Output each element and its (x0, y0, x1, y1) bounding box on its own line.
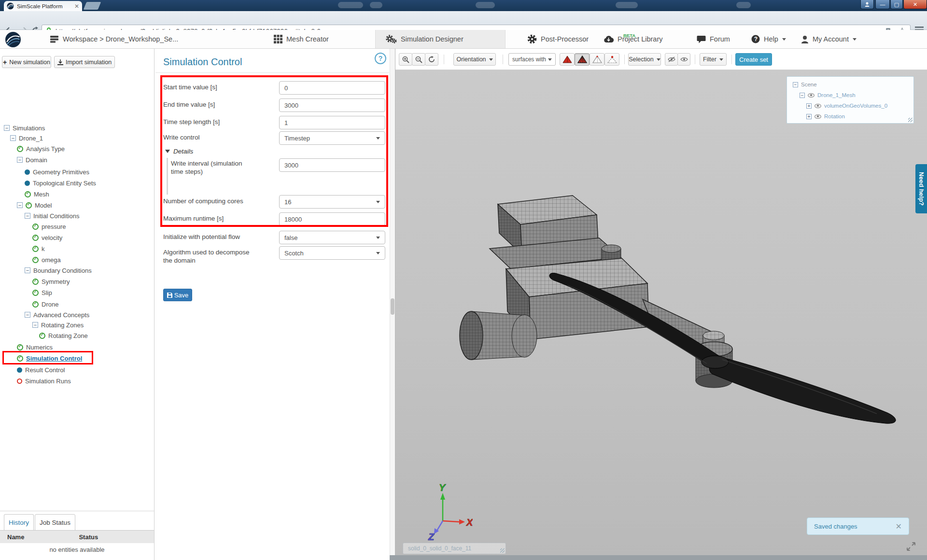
collapse-icon[interactable]: − (25, 267, 30, 273)
panel-scrollbar[interactable] (390, 49, 395, 560)
tree-item-slip[interactable]: Slip (32, 288, 52, 297)
tree-item-advanced-concepts[interactable]: −Advanced Concepts (25, 310, 89, 320)
expand-icon[interactable]: + (806, 103, 812, 109)
zoom-in-button[interactable] (399, 53, 412, 66)
tab-history[interactable]: History (4, 514, 34, 531)
tree-item-simulations[interactable]: −Simulations (4, 123, 45, 133)
tree-item-domain[interactable]: −Domain (17, 155, 47, 165)
collapse-icon[interactable]: − (10, 135, 16, 141)
scene-item-rotation[interactable]: + Rotation (806, 112, 845, 121)
browser-profile-button[interactable] (860, 0, 874, 9)
nav-my-account[interactable]: My Account (801, 30, 857, 48)
expand-icon[interactable]: + (806, 114, 812, 119)
tree-item-omega[interactable]: omega (32, 255, 61, 265)
tree-item-result-control[interactable]: Result Control (17, 365, 65, 375)
toast-close-icon[interactable]: ✕ (896, 522, 902, 531)
tab-job-status[interactable]: Job Status (35, 514, 75, 531)
collapse-icon[interactable]: − (17, 202, 23, 208)
resize-handle[interactable] (500, 548, 505, 553)
nav-post-processor[interactable]: Post-Processor (527, 30, 589, 48)
max-runtime-input[interactable] (279, 212, 385, 226)
render-surface-edges-button[interactable] (575, 53, 590, 66)
render-wireframe-button[interactable] (590, 53, 604, 66)
resize-handle[interactable] (908, 118, 913, 122)
scene-root[interactable]: − Scene (793, 80, 817, 89)
start-time-input[interactable] (279, 81, 385, 95)
nav-simulation-designer[interactable]: Simulation Designer (385, 30, 464, 48)
orientation-button[interactable]: Orientation (453, 53, 496, 66)
simscale-logo[interactable] (5, 30, 21, 49)
reset-view-button[interactable] (425, 53, 438, 66)
tree-item-mesh[interactable]: Mesh (25, 189, 49, 199)
tab-close-icon[interactable]: ✕ (74, 3, 79, 9)
tree-item-simulation-runs[interactable]: Simulation Runs (17, 376, 71, 386)
save-button[interactable]: Save (163, 289, 192, 301)
collapse-icon[interactable]: − (4, 125, 10, 131)
browser-tab[interactable]: SimScale Platform ✕ (4, 1, 82, 11)
scene-item-drone-mesh[interactable]: − Drone_1_Mesh (800, 90, 856, 100)
tree-item-rotating-zones[interactable]: −Rotating Zones (32, 320, 84, 330)
collapse-icon[interactable]: − (800, 93, 805, 98)
visibility-eye-icon[interactable] (808, 93, 815, 98)
fullscreen-expand-icon[interactable] (906, 542, 916, 551)
help-circle-icon[interactable]: ? (375, 53, 386, 64)
write-control-select[interactable]: Timestep (279, 131, 385, 145)
end-time-input[interactable] (279, 98, 385, 112)
tree-item-boundary-conditions[interactable]: −Boundary Conditions (25, 266, 92, 275)
drone-mesh[interactable] (452, 176, 925, 447)
window-minimize-button[interactable]: — (875, 0, 890, 9)
tree-item-symmetry[interactable]: Symmetry (32, 277, 70, 286)
potential-flow-select[interactable]: false (279, 231, 385, 244)
chevron-down-icon (657, 58, 660, 61)
render-mode-select[interactable]: surfaces with ed (508, 53, 556, 66)
time-step-input[interactable] (279, 116, 385, 129)
zoom-out-button[interactable] (412, 53, 425, 66)
tree-item-analysis-type[interactable]: Analysis Type (17, 144, 65, 154)
window-maximize-button[interactable]: ▢ (890, 0, 903, 9)
render-solid-button[interactable] (560, 53, 575, 66)
collapse-icon[interactable]: − (17, 157, 23, 163)
tetra-points-icon (607, 56, 617, 64)
tree-item-velocity[interactable]: velocity (32, 233, 62, 242)
create-set-button[interactable]: Create set (735, 53, 772, 66)
nav-help[interactable]: ? Help (751, 30, 786, 48)
tree-item-k[interactable]: k (32, 244, 45, 253)
nav-project-library[interactable]: Project Library (604, 30, 662, 48)
hide-selection-button[interactable] (665, 53, 678, 66)
tree-item-topological-entity-sets[interactable]: Topological Entity Sets (25, 178, 96, 188)
visibility-eye-icon[interactable] (815, 114, 821, 119)
selection-button[interactable]: Selection (628, 53, 661, 66)
nav-workspace[interactable]: Workspace > Drone_Workshop_Se... (50, 30, 178, 48)
need-help-tab[interactable]: Need help? (915, 164, 927, 213)
tree-item-pressure[interactable]: pressure (32, 222, 66, 231)
tree-item-numerics[interactable]: Numerics (17, 342, 53, 352)
tree-item-drone[interactable]: Drone (32, 299, 58, 309)
show-selection-button[interactable] (677, 53, 690, 66)
tree-item-geometry-primitives[interactable]: Geometry Primitives (25, 167, 89, 177)
decompose-algorithm-select[interactable]: Scotch (279, 246, 385, 260)
tree-item-model[interactable]: −Model (17, 200, 52, 210)
details-toggle[interactable]: Details (165, 148, 193, 155)
import-simulation-button[interactable]: Import simulation (54, 56, 115, 68)
filter-button[interactable]: Filter (700, 53, 727, 66)
collapse-icon[interactable]: − (25, 312, 30, 318)
tree-item-rotating-zone[interactable]: Rotating Zone (39, 331, 88, 340)
collapse-icon[interactable]: − (25, 213, 30, 219)
tree-item-initial-conditions[interactable]: −Initial Conditions (25, 211, 79, 221)
collapse-icon[interactable]: − (793, 82, 798, 87)
collapse-icon[interactable]: − (32, 322, 38, 328)
window-close-button[interactable]: ✕ (903, 0, 927, 9)
scene-item-volume[interactable]: + volumeOnGeoVolumes_0 (806, 101, 887, 111)
tree-item-drone-1[interactable]: −Drone_1 (10, 133, 43, 143)
computing-cores-select[interactable]: 16 (279, 195, 385, 209)
viewport-3d[interactable]: Orientation surfaces with ed Selection (395, 49, 927, 560)
nav-mesh-creator[interactable]: Mesh Creator (274, 30, 329, 48)
write-interval-input[interactable] (279, 158, 385, 172)
scrollbar-thumb[interactable] (391, 298, 394, 315)
visibility-eye-icon[interactable] (815, 104, 821, 108)
tree-item-simulation-control[interactable]: Simulation Control (17, 353, 82, 363)
new-simulation-button[interactable]: + New simulation (2, 56, 51, 68)
nav-forum[interactable]: Forum (697, 30, 730, 48)
new-tab-button[interactable] (84, 2, 101, 10)
render-points-button[interactable] (604, 53, 619, 66)
